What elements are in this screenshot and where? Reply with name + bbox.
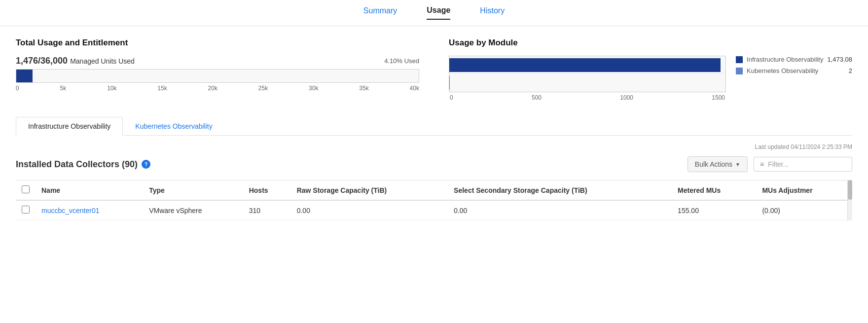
row-name-cell: muccbc_vcenter01: [36, 200, 143, 220]
col-metered-mus: Metered MUs: [672, 180, 756, 201]
top-navigation: Summary Usage History: [0, 0, 868, 26]
scrollbar-thumb[interactable]: [848, 180, 852, 200]
collectors-title-text: Installed Data Collectors (90): [16, 159, 138, 170]
col-name: Name: [36, 180, 143, 201]
row-name-link[interactable]: muccbc_vcenter01: [41, 207, 100, 215]
tab-history[interactable]: History: [480, 6, 505, 19]
charts-row: Total Usage and Entitlement 1,476/36,000…: [16, 38, 852, 101]
filter-icon: ≡: [760, 160, 764, 168]
module-bar-infra: [449, 58, 721, 72]
module-bar-labels: 0 500 1000 1500: [449, 94, 726, 101]
col-checkbox: [16, 180, 36, 201]
module-bar-k8s: [449, 76, 450, 90]
usage-current: 1,476/36,000: [16, 56, 70, 66]
legend-label-infra: Infrastructure Observability: [747, 56, 823, 63]
last-updated: Last updated 04/11/2024 2:25:33 PM: [16, 144, 852, 150]
module-chart-area: 0 500 1000 1500 Infrastructure Observabi…: [449, 56, 852, 101]
col-hosts: Hosts: [243, 180, 291, 201]
row-type-cell: VMware vSphere: [143, 200, 243, 220]
legend-item-infra: Infrastructure Observability 1,473.08: [736, 56, 852, 63]
scrollbar[interactable]: [847, 180, 852, 220]
table-row: muccbc_vcenter01 VMware vSphere 310 0.00…: [16, 200, 852, 220]
filter-placeholder: Filter...: [768, 160, 789, 168]
legend-value-k8s: 2: [828, 67, 852, 74]
usage-header: 1,476/36,000 Managed Units Used 4.10% Us…: [16, 56, 419, 66]
total-usage-bar-chart: 0 5k 10k 15k 20k 25k 30k 35k 40k: [16, 69, 419, 92]
module-bar-row-infra: [449, 56, 725, 74]
collectors-actions: Bulk Actions ▼ ≡ Filter...: [687, 156, 852, 172]
bar-track: [16, 69, 419, 83]
bulk-actions-button[interactable]: Bulk Actions ▼: [687, 156, 748, 172]
collectors-table: Name Type Hosts Raw Storage Capacity (Ti…: [16, 180, 852, 220]
col-mus-adjustment: MUs Adjustmer: [756, 180, 852, 201]
help-icon[interactable]: ?: [142, 160, 150, 169]
row-checkbox-cell: [16, 200, 36, 220]
detail-tabs: Infrastructure Observability Kubernetes …: [16, 117, 852, 136]
row-secondary-storage-cell: 0.00: [448, 200, 672, 220]
tab-k8s-observability[interactable]: Kubernetes Observability: [123, 117, 224, 136]
legend-value-infra: 1,473.08: [827, 56, 852, 63]
total-usage-section: Total Usage and Entitlement 1,476/36,000…: [16, 38, 419, 101]
bar-labels: 0 5k 10k 15k 20k 25k 30k 35k 40k: [16, 85, 419, 92]
col-raw-storage: Raw Storage Capacity (TiB): [291, 180, 448, 201]
dropdown-icon: ▼: [735, 162, 740, 167]
module-bar-container: 0 500 1000 1500: [449, 56, 726, 101]
col-secondary-storage: Select Secondary Storage Capacity (TiB): [448, 180, 672, 201]
usage-unit: Managed Units Used: [70, 57, 135, 65]
row-metered-mus-cell: 155.00: [672, 200, 756, 220]
col-type: Type: [143, 180, 243, 201]
bulk-actions-label: Bulk Actions: [695, 160, 732, 168]
main-content: Total Usage and Entitlement 1,476/36,000…: [0, 26, 868, 232]
module-usage-title: Usage by Module: [449, 38, 852, 48]
collectors-title: Installed Data Collectors (90) ?: [16, 159, 150, 170]
legend-color-infra: [736, 56, 743, 63]
legend-label-k8s: Kubernetes Observability: [747, 67, 824, 74]
tab-summary[interactable]: Summary: [363, 6, 397, 19]
legend-color-k8s: [736, 68, 743, 74]
total-usage-title: Total Usage and Entitlement: [16, 38, 419, 48]
tab-infra-observability[interactable]: Infrastructure Observability: [16, 117, 123, 136]
table-body: muccbc_vcenter01 VMware vSphere 310 0.00…: [16, 200, 852, 220]
collectors-table-wrapper: Name Type Hosts Raw Storage Capacity (Ti…: [16, 180, 852, 220]
module-usage-section: Usage by Module 0 500 1000: [449, 38, 852, 101]
bar-fill: [16, 70, 33, 82]
select-all-checkbox[interactable]: [22, 185, 30, 193]
table-header: Name Type Hosts Raw Storage Capacity (Ti…: [16, 180, 852, 201]
module-legend: Infrastructure Observability 1,473.08 Ku…: [736, 56, 852, 78]
module-bar-row-k8s: [449, 74, 725, 92]
row-raw-storage-cell: 0.00: [291, 200, 448, 220]
row-mus-adjustment-cell: (0.00): [756, 200, 852, 220]
usage-numbers: 1,476/36,000 Managed Units Used: [16, 56, 135, 66]
legend-item-k8s: Kubernetes Observability 2: [736, 67, 852, 74]
usage-percent: 4.10% Used: [384, 57, 419, 65]
filter-input-container[interactable]: ≡ Filter...: [754, 157, 852, 172]
row-hosts-cell: 310: [243, 200, 291, 220]
tab-usage[interactable]: Usage: [427, 6, 450, 20]
collectors-header: Installed Data Collectors (90) ? Bulk Ac…: [16, 156, 852, 172]
table-header-row: Name Type Hosts Raw Storage Capacity (Ti…: [16, 180, 852, 201]
module-bar-wrapper: [449, 56, 726, 92]
row-checkbox[interactable]: [22, 206, 30, 214]
